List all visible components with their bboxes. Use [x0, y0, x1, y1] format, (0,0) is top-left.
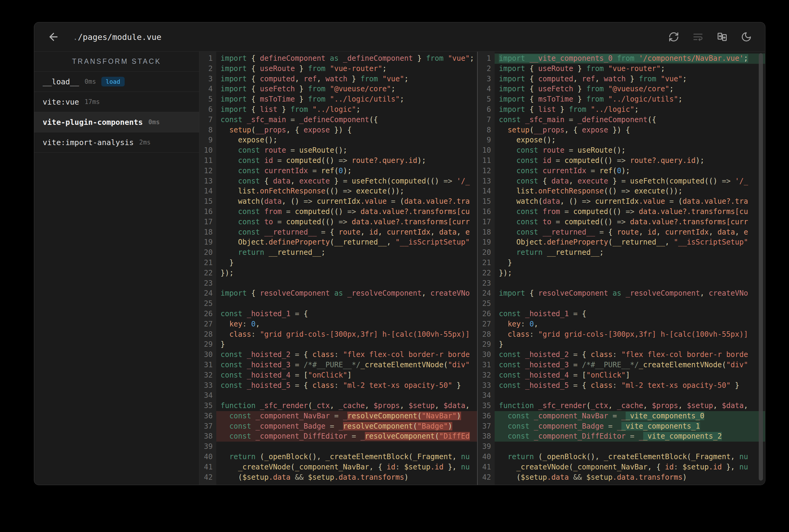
code-line-original-42: 42 ($setup.data && $setup.data.transform…	[199, 472, 477, 483]
code-line-transformed-35: 35function _sfc_render(_ctx, _cache, $pr…	[478, 401, 765, 411]
code-line-transformed-4: 4import { useFetch } from "@vueuse/core"…	[478, 84, 765, 94]
vertical-scrollbar[interactable]	[759, 53, 763, 481]
line-number: 39	[199, 442, 216, 452]
line-content: import { msToTime } from "../logic/utils…	[216, 94, 477, 104]
line-content	[495, 391, 765, 401]
code-line-original-21: 21 }	[199, 258, 477, 268]
line-content	[216, 299, 477, 309]
code-line-original-36: 36 const _component_NavBar = _resolveCom…	[199, 411, 477, 421]
line-content	[216, 442, 477, 452]
line-content: const __returned__ = { route, id, curren…	[495, 227, 765, 238]
transform-stack-sidebar: TRANSFORM STACK __load__ 0ms load vite:v…	[34, 52, 199, 485]
line-content: watch(data, () => currentIdx.value = (da…	[495, 196, 765, 207]
toolbar-icons	[668, 32, 752, 42]
line-content: key: 0,	[216, 319, 477, 329]
code-line-original-13: 13 const { data, execute } = useFetch(co…	[199, 176, 477, 187]
line-content: const _hoisted_2 = { class: "flex flex-c…	[216, 350, 477, 360]
line-number: 28	[478, 329, 495, 340]
code-line-original-18: 18 const __returned__ = { route, id, cur…	[199, 227, 477, 238]
line-content: import { msToTime } from "../logic/utils…	[495, 94, 765, 104]
line-content: });	[495, 268, 765, 279]
wrap-lines-icon[interactable]	[693, 32, 703, 42]
line-number: 39	[478, 442, 495, 452]
line-number: 3	[478, 74, 495, 84]
line-number: 33	[478, 381, 495, 391]
line-content: }	[216, 339, 477, 350]
line-number: 16	[478, 207, 495, 217]
plugin-time: 0ms	[85, 78, 96, 85]
plugin-time: 17ms	[85, 98, 100, 106]
sidebar-item-vite-plugin-components[interactable]: vite-plugin-components 0ms	[34, 112, 199, 132]
line-number: 42	[199, 472, 216, 483]
line-content: ($setup.data && $setup.data.transforms)	[216, 472, 477, 483]
line-content: const _component_DiffEditor = __vite_com…	[495, 431, 765, 442]
code-line-original-9: 9 expose();	[199, 135, 477, 146]
line-content: });	[216, 268, 477, 279]
code-rows-original: 1import { defineComponent as _defineComp…	[199, 52, 477, 482]
code-panel-transformed[interactable]: 1import __vite_components_0 from '/compo…	[478, 52, 765, 485]
compare-panels-icon[interactable]	[717, 32, 728, 42]
code-panel-original[interactable]: 1import { defineComponent as _defineComp…	[199, 52, 478, 485]
line-content: return __returned__;	[216, 248, 477, 258]
line-number: 7	[199, 115, 216, 125]
line-number: 11	[478, 156, 495, 166]
line-number: 28	[199, 329, 216, 340]
sidebar-item-vite-vue[interactable]: vite:vue 17ms	[34, 92, 199, 112]
sidebar-item-load[interactable]: __load__ 0ms load	[34, 72, 199, 92]
line-number: 24	[478, 288, 495, 299]
line-number: 40	[478, 452, 495, 462]
code-line-transformed-1: 1import __vite_components_0 from '/compo…	[478, 54, 765, 64]
line-number: 4	[478, 84, 495, 94]
line-number: 32	[199, 370, 216, 381]
code-line-transformed-10: 10 const route = useRoute();	[478, 146, 765, 156]
code-line-transformed-31: 31const _hoisted_3 = /*#__PURE__*/_creat…	[478, 360, 765, 370]
line-number: 29	[478, 339, 495, 350]
line-number: 23	[478, 279, 495, 289]
line-number: 17	[478, 217, 495, 227]
code-line-transformed-33: 33const _hoisted_5 = { class: "ml-2 text…	[478, 381, 765, 391]
line-content: const _component_NavBar = __vite_compone…	[495, 411, 765, 421]
line-content	[495, 279, 765, 289]
code-line-original-3: 3import { computed, ref, watch } from "v…	[199, 74, 477, 84]
refresh-icon[interactable]	[668, 32, 679, 42]
line-content: const currentIdx = ref(0);	[216, 166, 477, 176]
code-line-transformed-27: 27 key: 0,	[478, 319, 765, 329]
code-line-transformed-2: 2import { useRoute } from "vue-router";	[478, 64, 765, 74]
code-line-transformed-18: 18 const __returned__ = { route, id, cur…	[478, 227, 765, 238]
line-number: 36	[478, 411, 495, 421]
code-line-original-7: 7const _sfc_main = _defineComponent({	[199, 115, 477, 125]
line-content: const to = computed(() => data.value?.tr…	[495, 217, 765, 227]
load-badge: load	[102, 77, 124, 87]
code-line-transformed-38: 38 const _component_DiffEditor = __vite_…	[478, 431, 765, 442]
line-content: const __returned__ = { route, id, curren…	[216, 227, 477, 238]
code-line-transformed-5: 5import { msToTime } from "../logic/util…	[478, 94, 765, 104]
code-line-original-11: 11 const id = computed(() => route?.quer…	[199, 156, 477, 166]
title-bar: ./pages/module.vue	[34, 22, 765, 52]
moon-icon[interactable]	[741, 32, 752, 42]
code-line-transformed-9: 9 expose();	[478, 135, 765, 146]
line-number: 38	[199, 431, 216, 442]
line-content: import { useRoute } from "vue-router";	[216, 64, 477, 74]
code-line-transformed-13: 13 const { data, execute } = useFetch(co…	[478, 176, 765, 187]
code-line-original-20: 20 return __returned__;	[199, 248, 477, 258]
line-number: 21	[478, 258, 495, 268]
line-content: const from = computed(() => data.value?.…	[216, 207, 477, 217]
line-content: class: "grid grid-cols-[300px,3fr] h-[ca…	[216, 329, 477, 340]
line-number: 5	[478, 94, 495, 104]
line-number: 21	[199, 258, 216, 268]
diff-editor: 1import { defineComponent as _defineComp…	[199, 52, 765, 485]
line-content: const _hoisted_1 = {	[495, 309, 765, 319]
line-content: const _component_Badge = _resolveCompone…	[216, 421, 477, 432]
line-number: 22	[199, 268, 216, 279]
line-content: }	[216, 258, 477, 268]
line-number: 27	[199, 319, 216, 329]
sidebar-item-vite-import-analysis[interactable]: vite:import-analysis 2ms	[34, 132, 199, 153]
code-line-original-40: 40 return (_openBlock(), _createElementB…	[199, 452, 477, 462]
code-line-transformed-15: 15 watch(data, () => currentIdx.value = …	[478, 196, 765, 207]
back-button[interactable]	[48, 31, 60, 43]
line-number: 9	[199, 135, 216, 146]
code-line-original-39: 39	[199, 442, 477, 452]
line-number: 13	[478, 176, 495, 187]
line-content: const _hoisted_5 = { class: "ml-2 text-x…	[216, 381, 477, 391]
line-content: Object.defineProperty(__returned__, "__i…	[216, 237, 477, 248]
